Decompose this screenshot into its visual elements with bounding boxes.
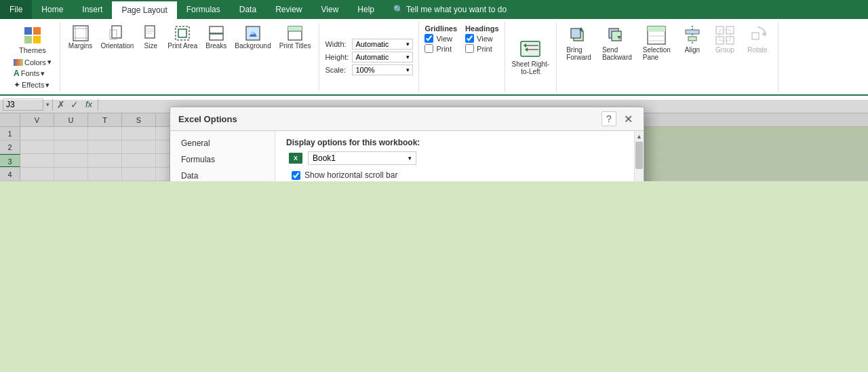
ribbon-tab-bar: File Home Insert Page Layout Formulas Da… xyxy=(0,0,868,19)
sidebar-item-formulas[interactable]: Formulas xyxy=(170,151,275,168)
headings-view-label: View xyxy=(477,35,493,43)
group-label: Group xyxy=(715,46,734,54)
gridlines-options: Gridlines View Print xyxy=(425,23,457,90)
svg-rect-3 xyxy=(33,36,41,43)
workbook-section-header: Display options for this workbook: xyxy=(286,138,633,147)
bring-forward-button[interactable]: BringForward xyxy=(562,23,595,90)
scale-label: Scale: xyxy=(325,66,349,74)
gridlines-view-label: View xyxy=(436,35,452,43)
headings-print-checkbox[interactable] xyxy=(465,44,474,53)
themes-label: Themes xyxy=(19,46,46,54)
tab-home[interactable]: Home xyxy=(32,0,73,19)
size-button[interactable]: Size xyxy=(139,23,162,51)
gridlines-print[interactable]: Print xyxy=(425,44,452,53)
headings-options: Headings View Print xyxy=(465,23,499,90)
cb-horizontal-scrollbar[interactable]: Show horizontal scroll bar xyxy=(286,170,633,180)
ribbon: File Home Insert Page Layout Formulas Da… xyxy=(0,0,868,96)
themes-button[interactable]: Themes xyxy=(15,23,50,56)
background-button[interactable]: ⛰ Background xyxy=(232,23,273,51)
orientation-button[interactable]: Orientation xyxy=(98,23,136,51)
workbook-select-row: X Book1 ▾ xyxy=(286,151,633,165)
scroll-thumb[interactable] xyxy=(635,142,643,169)
scale-select-wrapper[interactable]: 100% ▾ xyxy=(352,64,413,75)
book-icon: X xyxy=(289,153,302,164)
workbook-section-label: Display options for this workbook: xyxy=(286,138,420,147)
dialog-controls: ? ✕ xyxy=(601,111,635,126)
svg-rect-18 xyxy=(210,34,223,40)
svg-rect-16 xyxy=(178,29,186,37)
svg-rect-15 xyxy=(176,26,189,40)
scrollbar-vertical[interactable]: ▲ ▼ xyxy=(634,131,644,181)
book-select-wrapper[interactable]: Book1 ▾ xyxy=(308,151,416,165)
sidebar-item-data[interactable]: Data xyxy=(170,168,275,181)
effects-icon: ✦ xyxy=(14,80,20,90)
headings-view-checkbox[interactable] xyxy=(465,34,474,43)
tab-review[interactable]: Review xyxy=(266,0,311,19)
book-select-value: Book1 xyxy=(313,153,336,163)
tab-help[interactable]: Help xyxy=(348,0,384,19)
selection-pane-label: SelectionPane xyxy=(643,46,671,61)
width-value: Automatic xyxy=(355,40,389,48)
sidebar-item-general[interactable]: General xyxy=(170,135,275,151)
svg-rect-26 xyxy=(521,41,540,56)
width-label: Width: xyxy=(325,40,349,48)
tab-formulas[interactable]: Formulas xyxy=(177,0,230,19)
close-button[interactable]: ✕ xyxy=(620,111,635,126)
svg-rect-44 xyxy=(688,37,696,41)
width-row: Width: Automatic ▾ xyxy=(325,39,413,50)
ribbon-body: Themes Colors ▾ A Fonts ▾ ✦ Effects ▾ xyxy=(0,19,868,96)
orientation-label: Orientation xyxy=(100,42,134,50)
pagesetup-dims: Width: Automatic ▾ Height: Automatic ▾ S… xyxy=(319,23,413,90)
colors-button[interactable]: Colors ▾ xyxy=(11,57,54,67)
effects-button[interactable]: ✦ Effects ▾ xyxy=(11,79,54,90)
svg-marker-50 xyxy=(762,31,766,37)
tab-view[interactable]: View xyxy=(312,0,349,19)
dialog-title-bar: Excel Options ? ✕ xyxy=(170,107,644,131)
rotate-label: Rotate xyxy=(747,46,767,54)
dialog-body: General Formulas Data Proofing Save Lang… xyxy=(170,131,644,181)
help-button[interactable]: ? xyxy=(601,111,616,126)
scroll-track[interactable] xyxy=(635,142,644,181)
headings-view[interactable]: View xyxy=(465,34,493,43)
headings-print[interactable]: Print xyxy=(465,44,492,53)
align-button[interactable]: Align xyxy=(677,23,707,90)
scale-value: 100% xyxy=(355,66,374,74)
height-row: Height: Automatic ▾ xyxy=(325,52,413,62)
horizontal-scroll-checkbox[interactable] xyxy=(292,171,300,180)
print-area-button[interactable]: Print Area xyxy=(165,23,200,51)
width-select-wrapper[interactable]: Automatic ▾ xyxy=(352,39,413,50)
tab-insert[interactable]: Insert xyxy=(73,0,112,19)
height-label: Height: xyxy=(325,53,349,61)
print-titles-button[interactable]: Print Titles xyxy=(277,23,314,51)
horizontal-scroll-label: Show horizontal scroll bar xyxy=(304,170,397,180)
fonts-button[interactable]: A Fonts ▾ xyxy=(11,68,54,79)
fonts-icon: A xyxy=(14,69,20,78)
ribbon-group-arrange: BringForward SendBackward SelectionPane … xyxy=(557,22,778,92)
align-label: Align xyxy=(685,46,700,54)
group-button[interactable]: Group xyxy=(710,23,740,90)
gridlines-print-checkbox[interactable] xyxy=(425,44,433,53)
bring-forward-label: BringForward xyxy=(566,46,591,61)
selection-pane-button[interactable]: SelectionPane xyxy=(639,23,675,90)
breaks-button[interactable]: Breaks xyxy=(203,23,229,51)
gridlines-view[interactable]: View xyxy=(425,34,452,43)
height-select-wrapper[interactable]: Automatic ▾ xyxy=(352,52,413,62)
tab-file[interactable]: File xyxy=(0,0,32,19)
gridlines-view-checkbox[interactable] xyxy=(425,34,433,43)
size-label: Size xyxy=(144,42,157,50)
tab-search[interactable]: 🔍 Tell me what you want to do xyxy=(384,0,516,19)
tab-pagelayout[interactable]: Page Layout xyxy=(112,0,176,19)
scroll-up-btn[interactable]: ▲ xyxy=(635,131,644,142)
background-label: Background xyxy=(235,42,271,50)
sheet-rtl-button[interactable]: Sheet Right-to-Left xyxy=(505,22,557,92)
pagesetup-icons: Margins Orientation Size Print Area Brea… xyxy=(66,23,314,90)
rotate-button[interactable]: Rotate xyxy=(743,23,772,90)
send-backward-button[interactable]: SendBackward xyxy=(598,23,636,90)
tab-data[interactable]: Data xyxy=(230,0,266,19)
svg-text:⛰: ⛰ xyxy=(249,29,257,39)
dialog-sidebar: General Formulas Data Proofing Save Lang… xyxy=(170,131,275,181)
gridlines-print-label: Print xyxy=(436,45,452,53)
svg-rect-49 xyxy=(719,30,730,41)
margins-button[interactable]: Margins xyxy=(66,23,96,51)
colors-icon xyxy=(14,59,23,66)
